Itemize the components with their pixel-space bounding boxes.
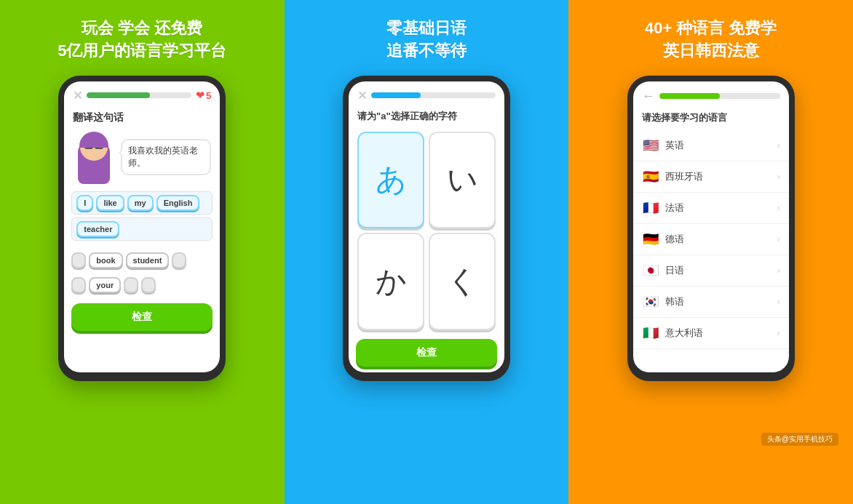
watermark: 头条@实用手机技巧 bbox=[761, 433, 838, 446]
lang-name-french: 法语 bbox=[665, 201, 771, 215]
word-options: book student bbox=[64, 248, 220, 273]
progress-fill bbox=[87, 92, 149, 98]
chevron-icon-6: › bbox=[777, 297, 780, 307]
panel3-title: 40+ 种语言 免费学 英日韩西法意 bbox=[645, 17, 777, 63]
progress-fill-3 bbox=[659, 93, 720, 99]
progress-bar bbox=[87, 92, 191, 98]
close-icon-2[interactable]: ✕ bbox=[357, 89, 367, 103]
phone-mockup-3: ← 请选择要学习的语言 🇺🇸 英语 › 🇪🇸 西班牙语 › bbox=[627, 76, 795, 381]
kana-card-a[interactable]: あ bbox=[357, 132, 424, 229]
selected-words-row2: teacher bbox=[71, 217, 213, 241]
word-chip-I[interactable]: I bbox=[76, 195, 93, 211]
chevron-icon-5: › bbox=[777, 265, 780, 276]
close-icon[interactable]: ✕ bbox=[73, 89, 82, 103]
word-chip-your[interactable]: your bbox=[89, 277, 121, 293]
lang-item-spanish[interactable]: 🇪🇸 西班牙语 › bbox=[633, 161, 789, 193]
panel-languages: 40+ 种语言 免费学 英日韩西法意 ← 请选择要学习的语言 🇺🇸 英语 › 🇪… bbox=[568, 0, 853, 504]
lang-name-english: 英语 bbox=[665, 139, 771, 152]
flag-italian: 🇮🇹 bbox=[642, 325, 659, 341]
word-chip-book[interactable]: book bbox=[89, 252, 122, 268]
chevron-icon-2: › bbox=[777, 172, 780, 182]
flag-english: 🇺🇸 bbox=[642, 137, 659, 153]
char-hair bbox=[79, 132, 108, 148]
heart-count: 5 bbox=[206, 90, 211, 101]
chevron-icon: › bbox=[777, 140, 780, 151]
word-bank: I like my English teacher bbox=[64, 187, 220, 248]
word-chip-disabled5[interactable] bbox=[141, 277, 156, 293]
heart-counter: ❤ 5 bbox=[196, 89, 211, 101]
screen1-topbar: ✕ ❤ 5 bbox=[64, 81, 220, 107]
screen2-topbar: ✕ bbox=[349, 81, 504, 107]
phone-screen-3: ← 请选择要学习的语言 🇺🇸 英语 › 🇪🇸 西班牙语 › bbox=[633, 81, 789, 372]
progress-bar-3 bbox=[659, 93, 780, 99]
screen3-topbar: ← bbox=[633, 81, 789, 108]
character-area: 我喜欢我的英语老师。 bbox=[64, 130, 220, 187]
lang-question: 请选择要学习的语言 bbox=[633, 108, 789, 130]
progress-bar-2 bbox=[371, 92, 496, 98]
progress-fill-2 bbox=[371, 92, 421, 98]
lang-item-japanese[interactable]: 🇯🇵 日语 › bbox=[633, 255, 789, 287]
flag-korean: 🇰🇷 bbox=[642, 294, 659, 310]
panel-translate: 玩会 学会 还免费 5亿用户的语言学习平台 ✕ ❤ 5 翻译这句话 bbox=[0, 0, 285, 504]
phone-mockup-1: ✕ ❤ 5 翻译这句话 bbox=[58, 76, 226, 381]
word-chip-disabled3[interactable] bbox=[71, 277, 86, 293]
chevron-icon-4: › bbox=[777, 234, 780, 244]
lang-name-korean: 韩语 bbox=[665, 295, 771, 308]
word-chip-English[interactable]: English bbox=[156, 195, 200, 211]
chevron-icon-7: › bbox=[777, 328, 780, 338]
word-chip-book-disabled[interactable] bbox=[71, 252, 86, 268]
word-chip-my[interactable]: my bbox=[127, 195, 154, 211]
lang-item-german[interactable]: 🇩🇪 德语 › bbox=[633, 224, 789, 255]
lang-name-spanish: 西班牙语 bbox=[665, 170, 771, 183]
kana-card-ku[interactable]: く bbox=[429, 233, 496, 330]
word-chip-disabled2[interactable] bbox=[172, 252, 186, 268]
word-chip-teacher[interactable]: teacher bbox=[76, 221, 119, 237]
kana-card-i[interactable]: い bbox=[429, 132, 496, 229]
flag-spanish: 🇪🇸 bbox=[642, 169, 659, 185]
chevron-icon-3: › bbox=[777, 203, 780, 213]
lang-item-french[interactable]: 🇫🇷 法语 › bbox=[633, 193, 789, 224]
word-chip-disabled4[interactable] bbox=[124, 277, 138, 293]
duo-avatar bbox=[73, 133, 115, 184]
word-chip-like[interactable]: like bbox=[96, 195, 124, 211]
phone-mockup-2: ✕ 请为"a"选择正确的字符 あ い か く 检查 bbox=[343, 76, 510, 381]
lang-name-german: 德语 bbox=[665, 233, 771, 246]
lang-item-korean[interactable]: 🇰🇷 韩语 › bbox=[633, 287, 789, 318]
language-list: 🇺🇸 英语 › 🇪🇸 西班牙语 › 🇫🇷 法语 › 🇩🇪 德语 bbox=[633, 130, 789, 372]
kana-grid: あ い か く bbox=[349, 129, 504, 333]
kana-question: 请为"a"选择正确的字符 bbox=[349, 107, 504, 129]
kana-card-ka[interactable]: か bbox=[357, 233, 424, 330]
back-arrow-icon[interactable]: ← bbox=[642, 89, 655, 104]
selected-words-area: I like my English bbox=[71, 191, 213, 215]
lang-item-english[interactable]: 🇺🇸 英语 › bbox=[633, 130, 789, 161]
lang-name-italian: 意大利语 bbox=[665, 327, 771, 340]
check-button-2[interactable]: 检查 bbox=[356, 339, 497, 367]
flag-french: 🇫🇷 bbox=[642, 200, 659, 216]
panel2-title: 零基础日语 追番不等待 bbox=[386, 17, 467, 63]
panel1-title: 玩会 学会 还免费 5亿用户的语言学习平台 bbox=[57, 17, 226, 63]
heart-icon: ❤ bbox=[196, 89, 205, 101]
lang-item-italian[interactable]: 🇮🇹 意大利语 › bbox=[633, 318, 789, 349]
lang-name-japanese: 日语 bbox=[665, 264, 771, 277]
speech-bubble: 我喜欢我的英语老师。 bbox=[121, 139, 211, 175]
flag-german: 🇩🇪 bbox=[642, 231, 659, 247]
phone-screen-2: ✕ 请为"a"选择正确的字符 あ い か く 检查 bbox=[349, 81, 504, 372]
check-button-1[interactable]: 检查 bbox=[71, 303, 213, 331]
word-options-row2: your bbox=[64, 273, 220, 297]
phone-screen-1: ✕ ❤ 5 翻译这句话 bbox=[64, 81, 220, 372]
flag-japanese: 🇯🇵 bbox=[642, 263, 659, 279]
translate-question: 翻译这句话 bbox=[64, 107, 220, 130]
panel-japanese: 零基础日语 追番不等待 ✕ 请为"a"选择正确的字符 あ い か く 检查 bbox=[285, 0, 569, 504]
word-chip-student[interactable]: student bbox=[126, 252, 170, 268]
